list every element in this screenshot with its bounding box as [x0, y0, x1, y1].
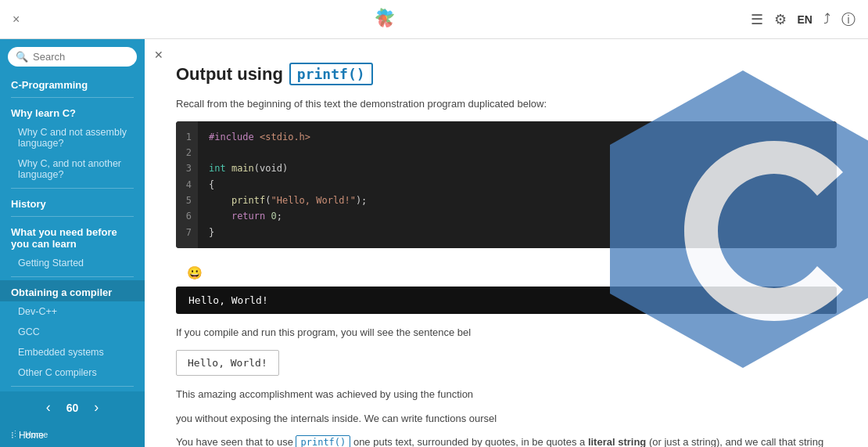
- output-text-box: Hello, World!: [176, 350, 279, 376]
- home-label[interactable]: Home: [25, 430, 48, 439]
- header-center: [371, 5, 399, 34]
- home-dots-icon: ⋮: [11, 429, 20, 439]
- sidebar-bottom: ‹ 60 › ⋮ Home: [0, 391, 145, 424]
- sidebar-item-other-c-compilers[interactable]: Other C compilers: [0, 362, 145, 383]
- sidebar-item-why-learn-c[interactable]: Why learn C?: [0, 101, 145, 122]
- close-panel-button[interactable]: ✕: [154, 49, 163, 61]
- toc-icon[interactable]: ☰: [751, 11, 763, 28]
- sidebar-nav: C-Programming Why learn C? Why C and not…: [0, 73, 145, 391]
- body-text-1: This amazing accomplishment was achieved…: [176, 387, 837, 403]
- sidebar-item-getting-started[interactable]: Getting Started: [0, 253, 145, 273]
- language-button[interactable]: EN: [798, 13, 812, 26]
- search-input[interactable]: [33, 51, 129, 63]
- run-text: If you compile and run this program, you…: [176, 325, 837, 341]
- terminal-output: Hello, World!: [176, 287, 837, 314]
- header-left: ×: [13, 13, 20, 27]
- intro-text: Recall from the beginning of this text t…: [176, 96, 837, 112]
- code-lines: #include <stdio.h> int main(void) { prin…: [198, 121, 378, 249]
- line-numbers: 1234567: [176, 121, 198, 249]
- literal-string-bold: literal string: [588, 436, 646, 447]
- logo-icon: [371, 5, 399, 34]
- title-code: printf(): [289, 63, 373, 85]
- search-container: 🔍: [8, 47, 137, 67]
- sidebar-item-why-c-not-another[interactable]: Why C, and not another language?: [0, 153, 145, 185]
- sidebar-item-obtaining-compiler[interactable]: Obtaining a compiler: [0, 280, 145, 301]
- printf-code-1: printf(): [296, 435, 350, 447]
- search-icon: 🔍: [16, 51, 28, 63]
- title-prefix: Output using: [176, 64, 283, 85]
- content-panel: ✕ Output using printf() Recall from the …: [145, 39, 868, 447]
- body-text-2: you without exposing the internals insid…: [176, 411, 837, 427]
- code-block-inner: 1234567 #include <stdio.h> int main(void…: [176, 121, 837, 249]
- share-icon[interactable]: ⤴: [823, 11, 830, 27]
- header: × ☰ ⚙ EN ⤴ ⓘ: [0, 0, 868, 39]
- sidebar-item-dev-cpp[interactable]: Dev-C++: [0, 301, 145, 322]
- sidebar-item-gcc[interactable]: GCC: [0, 322, 145, 342]
- info-icon[interactable]: ⓘ: [841, 10, 855, 29]
- prev-page-button[interactable]: ‹: [46, 399, 51, 416]
- sidebar-item-history[interactable]: History: [0, 192, 145, 213]
- settings-icon[interactable]: ⚙: [774, 11, 787, 28]
- page-title: Output using printf(): [176, 63, 837, 85]
- page-number: 60: [66, 402, 79, 414]
- home-bar: ⁝ Home: [0, 424, 145, 447]
- copy-icon[interactable]: 😀: [176, 259, 837, 287]
- header-right: ☰ ⚙ EN ⤴ ⓘ: [751, 10, 855, 29]
- sidebar-item-c-programming[interactable]: C-Programming: [0, 73, 145, 94]
- sidebar-item-embedded-systems[interactable]: Embedded systems: [0, 342, 145, 362]
- next-page-button[interactable]: ›: [94, 399, 99, 416]
- sidebar: 🔍 C-Programming Why learn C? Why C and n…: [0, 39, 145, 447]
- close-button[interactable]: ×: [13, 13, 20, 27]
- main-layout: 🔍 C-Programming Why learn C? Why C and n…: [0, 39, 868, 447]
- content-area: Output using printf() Recall from the be…: [145, 39, 868, 447]
- sidebar-item-what-you-need[interactable]: What you need before you can learn: [0, 220, 145, 253]
- code-block: 1234567 #include <stdio.h> int main(void…: [176, 121, 837, 249]
- body-text-3: You have seen that to use printf() one p…: [176, 434, 837, 447]
- sidebar-item-why-c-not-assembly[interactable]: Why C and not assembly language?: [0, 122, 145, 153]
